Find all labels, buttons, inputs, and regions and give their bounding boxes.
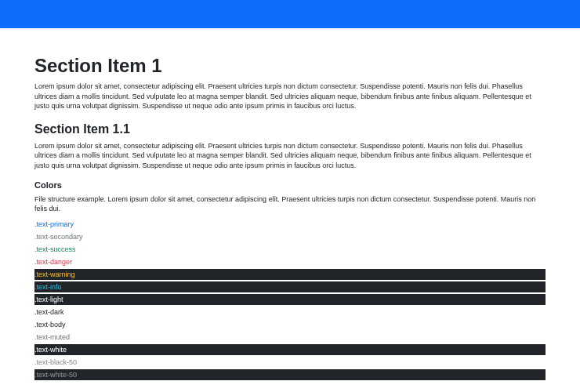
swatch-text-white: .text-white <box>34 344 546 355</box>
top-banner <box>0 0 580 28</box>
section-1-body: Lorem ipsum dolor sit amet, consectetur … <box>34 82 546 111</box>
colors-title: Colors <box>34 180 546 190</box>
section-1-1-title: Section Item 1.1 <box>34 122 546 136</box>
swatch-text-dark: .text-dark <box>34 307 546 318</box>
swatch-text-danger: .text-danger <box>34 256 546 267</box>
swatch-text-success: .text-success <box>34 244 546 255</box>
page-content: Section Item 1 Lorem ipsum dolor sit ame… <box>0 28 580 380</box>
colors-intro: File structure example. Lorem ipsum dolo… <box>34 194 546 214</box>
swatch-text-light: .text-light <box>34 294 546 305</box>
swatch-text-muted: .text-muted <box>34 332 546 343</box>
swatch-text-black-50: .text-black-50 <box>34 357 546 368</box>
swatch-text-white-50: .text-white-50 <box>34 369 546 380</box>
swatch-text-warning: .text-warning <box>34 269 546 280</box>
swatch-text-body: .text-body <box>34 319 546 330</box>
swatch-text-primary: .text-primary <box>34 219 546 230</box>
section-1-title: Section Item 1 <box>34 55 546 77</box>
swatch-text-secondary: .text-secondary <box>34 231 546 242</box>
swatch-text-info: .text-info <box>34 281 546 292</box>
section-1-1-body: Lorem ipsum dolor sit amet, consectetur … <box>34 141 546 171</box>
